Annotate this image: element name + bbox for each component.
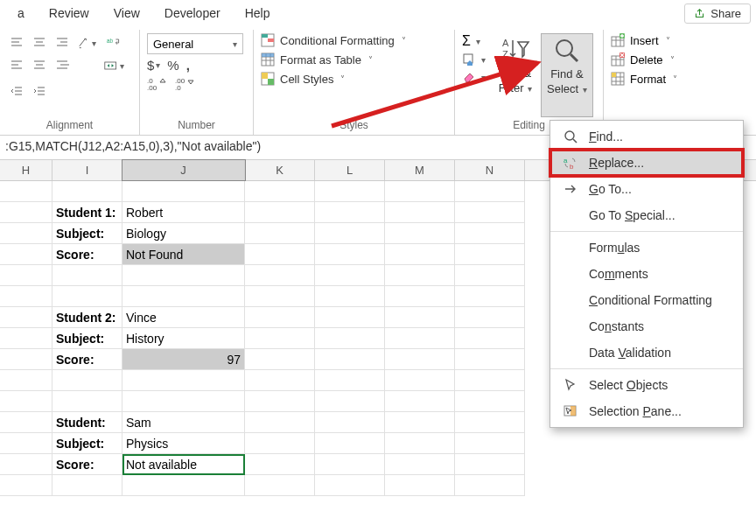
styles-label: Styles bbox=[261, 117, 447, 133]
align-btm-icon[interactable] bbox=[52, 33, 72, 52]
menu-replace[interactable]: ab Replace... bbox=[550, 150, 743, 176]
insert-cells-button[interactable]: Insert˅ bbox=[611, 33, 749, 47]
fill-icon bbox=[462, 52, 476, 66]
menu-developer[interactable]: Developer bbox=[152, 3, 233, 24]
menu-goto[interactable]: Go To... bbox=[550, 176, 743, 202]
autosum-button[interactable]: Σ▾ bbox=[462, 33, 490, 49]
svg-rect-23 bbox=[612, 73, 616, 77]
group-number: General▾ $▾ % , .0.00 .00.0 Number bbox=[140, 30, 254, 135]
group-styles: Conditional Formatting˅ Format as Table˅… bbox=[254, 30, 455, 135]
menu-comments[interactable]: Comments bbox=[550, 261, 743, 287]
format-as-table-button[interactable]: Format as Table˅ bbox=[261, 52, 447, 66]
val-student1[interactable]: Robert bbox=[122, 202, 245, 223]
conditional-formatting-button[interactable]: Conditional Formatting˅ bbox=[261, 33, 447, 47]
find-select-button[interactable]: Find & Select ▾ bbox=[541, 33, 593, 117]
val-student3[interactable]: Sam bbox=[122, 412, 245, 433]
decrease-decimal-icon[interactable]: .00.0 bbox=[175, 76, 194, 93]
label-score2[interactable]: Score: bbox=[52, 349, 122, 370]
menu-constants[interactable]: Constants bbox=[550, 313, 743, 340]
merge-icon[interactable]: ▾ bbox=[102, 56, 126, 75]
val-score1[interactable]: Not Found bbox=[122, 244, 245, 265]
menu-item[interactable]: a bbox=[5, 3, 37, 24]
menu-help[interactable]: Help bbox=[233, 3, 283, 24]
menu-separator bbox=[550, 368, 743, 369]
decrease-indent-icon[interactable] bbox=[7, 82, 26, 102]
increase-indent-icon[interactable] bbox=[30, 82, 49, 102]
col-header-H[interactable]: H bbox=[0, 160, 52, 180]
fill-button[interactable]: ▾ bbox=[462, 52, 490, 66]
percent-icon[interactable]: % bbox=[167, 58, 178, 73]
svg-point-17 bbox=[556, 40, 572, 56]
number-format-select[interactable]: General▾ bbox=[147, 33, 243, 54]
label-score3[interactable]: Score: bbox=[52, 454, 122, 475]
svg-rect-8 bbox=[268, 38, 274, 42]
col-header-M[interactable]: M bbox=[385, 160, 455, 180]
svg-rect-13 bbox=[268, 79, 274, 85]
cell-styles-icon bbox=[261, 72, 275, 86]
sort-filter-button[interactable]: AZ Sort & Filter ▾ bbox=[492, 33, 539, 117]
share-button[interactable]: Share bbox=[684, 4, 751, 24]
label-student3[interactable]: Student: bbox=[52, 412, 122, 433]
svg-rect-10 bbox=[262, 53, 274, 57]
col-header-L[interactable]: L bbox=[315, 160, 385, 180]
align-mid-icon[interactable] bbox=[30, 33, 49, 52]
cell-styles-button[interactable]: Cell Styles˅ bbox=[261, 72, 447, 86]
eraser-icon bbox=[462, 70, 476, 84]
val-subject3[interactable]: Physics bbox=[122, 433, 245, 454]
table-icon bbox=[261, 52, 275, 66]
format-cells-button[interactable]: Format˅ bbox=[611, 72, 749, 86]
align-right-icon[interactable] bbox=[52, 56, 72, 75]
share-icon bbox=[694, 8, 705, 19]
label-student2[interactable]: Student 2: bbox=[52, 307, 122, 328]
currency-icon[interactable]: $▾ bbox=[147, 58, 160, 73]
menu-goto-special[interactable]: Go To Special... bbox=[550, 202, 743, 228]
menu-data-validation[interactable]: Data Validation bbox=[550, 340, 743, 366]
svg-point-24 bbox=[565, 131, 574, 140]
col-header-I[interactable]: I bbox=[52, 160, 122, 180]
magnifier-icon bbox=[552, 36, 582, 66]
align-left-icon[interactable] bbox=[7, 56, 26, 75]
menu-find[interactable]: Find... bbox=[550, 123, 743, 150]
insert-icon bbox=[611, 33, 625, 47]
val-score2[interactable]: 97 bbox=[122, 349, 245, 370]
svg-text:.00: .00 bbox=[147, 84, 158, 90]
val-subject1[interactable]: Biology bbox=[122, 223, 245, 244]
val-score3[interactable]: Not available bbox=[122, 454, 245, 475]
menu-view[interactable]: View bbox=[102, 3, 152, 24]
svg-text:a: a bbox=[564, 157, 568, 164]
col-header-N[interactable]: N bbox=[455, 160, 525, 180]
col-header-K[interactable]: K bbox=[245, 160, 315, 180]
menu-separator bbox=[550, 231, 743, 232]
orientation-icon[interactable]: ▾ bbox=[77, 33, 96, 52]
menu-formulas[interactable]: Formulas bbox=[550, 234, 743, 261]
alignment-label: Alignment bbox=[7, 117, 132, 133]
group-editing: Σ▾ ▾ ▾ AZ Sort & Filter ▾ Find & Select … bbox=[455, 30, 604, 135]
svg-rect-12 bbox=[262, 73, 268, 79]
align-center-icon[interactable] bbox=[30, 56, 49, 75]
delete-icon bbox=[611, 52, 625, 66]
label-student1[interactable]: Student 1: bbox=[52, 202, 122, 223]
align-top-icon[interactable] bbox=[7, 33, 26, 52]
increase-decimal-icon[interactable]: .0.00 bbox=[147, 76, 166, 93]
clear-button[interactable]: ▾ bbox=[462, 70, 490, 84]
label-subject2[interactable]: Subject: bbox=[52, 328, 122, 349]
label-subject1[interactable]: Subject: bbox=[52, 223, 122, 244]
number-label: Number bbox=[147, 117, 246, 133]
replace-icon: ab bbox=[563, 155, 578, 171]
menu-review[interactable]: Review bbox=[37, 3, 102, 24]
label-subject3[interactable]: Subject: bbox=[52, 433, 122, 454]
comma-icon[interactable]: , bbox=[186, 58, 190, 73]
val-subject2[interactable]: History bbox=[122, 328, 245, 349]
menu-selection-pane[interactable]: Selection Pane... bbox=[550, 398, 743, 424]
wrap-text-icon[interactable]: ab bbox=[102, 33, 126, 52]
svg-rect-7 bbox=[262, 34, 268, 38]
menu-select-objects[interactable]: Select Objects bbox=[550, 372, 743, 398]
search-icon bbox=[563, 129, 578, 144]
svg-text:.0: .0 bbox=[175, 84, 181, 90]
delete-cells-button[interactable]: Delete˅ bbox=[611, 52, 749, 66]
menu-cond-fmt[interactable]: Conditional Formatting bbox=[550, 287, 743, 313]
group-cells: Insert˅ Delete˅ Format˅ bbox=[604, 30, 756, 135]
label-score1[interactable]: Score: bbox=[52, 244, 122, 265]
val-student2[interactable]: Vince bbox=[122, 307, 245, 328]
col-header-J[interactable]: J bbox=[122, 160, 245, 180]
